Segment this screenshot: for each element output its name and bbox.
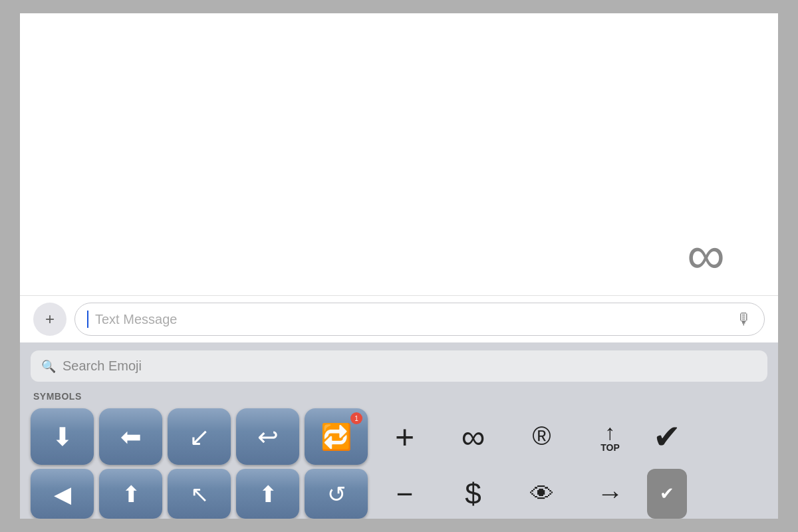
plus-button[interactable]: +: [33, 303, 66, 336]
emoji-repeat-blue[interactable]: 🔁 1: [305, 408, 368, 465]
emoji-infinity-plain[interactable]: ∞: [442, 408, 505, 465]
emoji-arrow-right-plain[interactable]: →: [579, 469, 642, 519]
emoji-arrow-down-left-blue[interactable]: ↙: [168, 408, 231, 465]
search-placeholder: Search Emoji: [63, 358, 142, 374]
plus-icon: +: [45, 311, 55, 327]
emoji-arrow-down-blue[interactable]: ⬇: [31, 408, 94, 465]
emoji-search-bar[interactable]: 🔍 Search Emoji: [31, 350, 767, 382]
mic-icon[interactable]: 🎙: [736, 310, 752, 329]
emoji-arrow-up-left-blue[interactable]: ↖: [168, 469, 231, 519]
emoji-grid: ⬇ ⬅ ↙ ↩ 🔁 1 + ∞ ® ↑ TOP ✔: [31, 408, 767, 519]
infinity-display: ∞: [687, 229, 725, 282]
emoji-minus-plain[interactable]: −: [373, 469, 436, 519]
phone-container: ∞ + Text Message 🎙 🔍 Search Emoji SYMBOL…: [20, 13, 778, 519]
emoji-arrow-up2-blue[interactable]: ⬆: [236, 469, 299, 519]
repeat-badge: 1: [350, 412, 362, 424]
emoji-keyboard: 🔍 Search Emoji SYMBOLS ⬇ ⬅ ↙ ↩ 🔁 1 + ∞: [20, 342, 778, 519]
emoji-arrow-up-blue[interactable]: ⬆: [99, 469, 162, 519]
emoji-row-2: ◀ ⬆ ↖ ⬆ ↺ − $ 👁 → ✔: [31, 469, 767, 519]
emoji-top-arrow[interactable]: ↑ TOP: [579, 408, 642, 465]
emoji-arrow-return-blue[interactable]: ↩: [236, 408, 299, 465]
symbols-label: SYMBOLS: [31, 391, 767, 402]
emoji-eye-plain[interactable]: 👁: [510, 469, 573, 519]
emoji-counterclockwise-blue[interactable]: ↺: [305, 469, 368, 519]
top-label: TOP: [600, 443, 620, 452]
emoji-registered-plain[interactable]: ®: [510, 408, 573, 465]
emoji-plus-plain[interactable]: +: [373, 408, 436, 465]
top-arrow-up-icon: ↑: [605, 422, 616, 443]
text-placeholder: Text Message: [95, 312, 730, 327]
emoji-row-1: ⬇ ⬅ ↙ ↩ 🔁 1 + ∞ ® ↑ TOP ✔: [31, 408, 767, 465]
emoji-dollar-plain[interactable]: $: [442, 469, 505, 519]
text-cursor: [87, 311, 88, 328]
text-input-wrapper[interactable]: Text Message 🎙: [74, 303, 765, 336]
emoji-arrow-left2-blue[interactable]: ◀: [31, 469, 94, 519]
emoji-checkmark[interactable]: ✔: [647, 408, 687, 465]
emoji-arrow-left-blue[interactable]: ⬅: [99, 408, 162, 465]
input-bar: + Text Message 🎙: [20, 295, 778, 342]
search-icon: 🔍: [41, 359, 56, 374]
emoji-checkmark-dark[interactable]: ✔: [647, 469, 687, 519]
top-area: ∞: [20, 13, 778, 295]
